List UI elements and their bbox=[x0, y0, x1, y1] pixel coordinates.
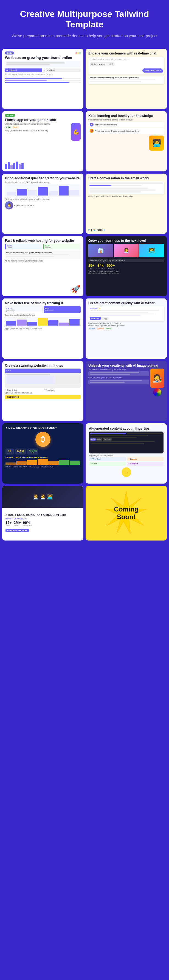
stat-volume: 80 bbox=[7, 449, 12, 452]
exploring-text: Exploring its core capabilities bbox=[89, 455, 164, 457]
opportunity-text: OPPORTUNITY TO GENERATE PROFITS bbox=[5, 456, 80, 459]
card2-title: Engage your customers with real–time cha… bbox=[89, 51, 164, 55]
cards-grid: Digital We focus on growing your brand o… bbox=[0, 46, 169, 423]
get-started-button[interactable]: Get Started bbox=[5, 395, 80, 399]
card-traffic[interactable]: Bring additional qualified traffic to yo… bbox=[2, 173, 84, 234]
card9-title: Make better use of time by tracking it bbox=[5, 301, 80, 305]
stat-customers: 84k bbox=[97, 263, 105, 267]
num-satisfaction: 99% bbox=[23, 520, 32, 525]
card-realtime-chat[interactable]: Engage your customers with real–time cha… bbox=[85, 49, 167, 109]
card-grow-business[interactable]: Grow your business to the next level 👔 👩… bbox=[85, 236, 167, 296]
card-ai-image[interactable]: Unleash your creativity with AI Image ed… bbox=[85, 361, 167, 421]
chat-sent: I need assistance bbox=[142, 68, 163, 73]
card1-title: We focus on growing your brand online bbox=[5, 56, 80, 60]
smart-solutions-title: SMART SOLUTIONS FOR A MODERN ERA bbox=[5, 513, 80, 517]
card-ai-content[interactable]: AI-generated content at your fingertips … bbox=[85, 423, 167, 484]
card4-title: Keep learning and boost your knowledge bbox=[89, 114, 164, 118]
page-header: Creative Multipurpose Tailwind Template … bbox=[0, 0, 169, 46]
card6-title: Start a conversation in the email world bbox=[89, 177, 164, 180]
card-ai-writer[interactable]: Create great content quickly with AI Wri… bbox=[85, 299, 167, 359]
row-investment: A NEW FRONTIER OF INVESTMENT ₿ 80 Volume… bbox=[0, 423, 169, 486]
card-investment[interactable]: A NEW FRONTIER OF INVESTMENT ₿ 80 Volume… bbox=[2, 423, 84, 484]
participants-text: WE OFFER PARTICIPANTS ENDLESS POSSIBILIT… bbox=[5, 466, 80, 468]
phone-mockup: 💪 bbox=[71, 123, 80, 141]
coming-soon-text: ComingSoon! bbox=[114, 506, 138, 520]
card-smart-solutions[interactable]: 👨‍💼 👩‍💼 👨‍💻 SMART SOLUTIONS FOR A MODERN… bbox=[2, 486, 84, 541]
card-time-tracking[interactable]: Make better use of time by tracking it $… bbox=[2, 299, 84, 359]
card8-title: Grow your business to the next level bbox=[89, 239, 164, 243]
row-last: 👨‍💼 👩‍💼 👨‍💻 SMART SOLUTIONS FOR A MODERN… bbox=[0, 486, 169, 544]
stat-projects: 600+ bbox=[107, 263, 115, 267]
card7-title: Fast & reliable web hosting for your web… bbox=[5, 239, 80, 243]
stat-price: $1,918 bbox=[17, 449, 24, 452]
fitness-badge: Fitness bbox=[5, 114, 15, 117]
card12-title: Unleash your creativity with AI Image ed… bbox=[89, 364, 164, 368]
stat-change: +0.10% bbox=[29, 449, 37, 452]
impactful-numbers: IMPACTFUL NUMBERS bbox=[5, 518, 80, 520]
card-email[interactable]: Start a conversation in the email world … bbox=[85, 173, 167, 234]
stat-years: 15+ bbox=[89, 263, 94, 267]
card-hosting[interactable]: Fast & reliable web hosting for your web… bbox=[2, 236, 84, 296]
learn-more[interactable]: Learn More bbox=[43, 68, 80, 72]
card-website-builder[interactable]: Create a stunning website in minutes bbox=[2, 361, 84, 421]
card1-desc: All the digital services that are conven… bbox=[5, 73, 80, 76]
price2: $4.1 bbox=[45, 307, 80, 310]
cta-button[interactable]: Get Started bbox=[5, 68, 42, 72]
card-badge: Digital bbox=[5, 51, 14, 54]
generate-button[interactable]: Generate bbox=[90, 317, 101, 320]
page-title: Creative Multipurpose Tailwind Template bbox=[11, 9, 158, 30]
rocket-icon: 🚀 bbox=[71, 285, 80, 294]
card5-title: Bring additional qualified traffic to yo… bbox=[5, 177, 80, 180]
bitcoin-icon: ₿ bbox=[35, 432, 50, 447]
page-subtitle: We've prepared premium premade demos to … bbox=[11, 33, 158, 39]
copy-button[interactable]: Copy bbox=[101, 317, 108, 320]
num-users: 2M+ bbox=[14, 520, 21, 525]
price1: $4/30 bbox=[6, 307, 42, 310]
card10-title: Create great content quickly with AI Wri… bbox=[89, 301, 164, 305]
num-years: 15+ bbox=[5, 520, 11, 525]
chat-received: Hello! How can I help? bbox=[90, 62, 115, 66]
card-fitness[interactable]: Fitness Fitness app for your good health… bbox=[2, 111, 84, 172]
card-coming-soon[interactable]: ComingSoon! bbox=[85, 486, 167, 541]
investment-title: A NEW FRONTIER OF INVESTMENT bbox=[5, 426, 80, 430]
ai-content-title: AI-generated content at your fingertips bbox=[89, 426, 164, 430]
card-learning[interactable]: Keep learning and boost your knowledge S… bbox=[85, 111, 167, 172]
card3-title: Fitness app for your good health bbox=[5, 118, 80, 122]
card11-title: Create a stunning website in minutes bbox=[5, 364, 80, 368]
efficient-services: EFFICIENT SERVICES bbox=[5, 529, 29, 532]
card-brand-online[interactable]: Digital We focus on growing your brand o… bbox=[2, 49, 84, 109]
